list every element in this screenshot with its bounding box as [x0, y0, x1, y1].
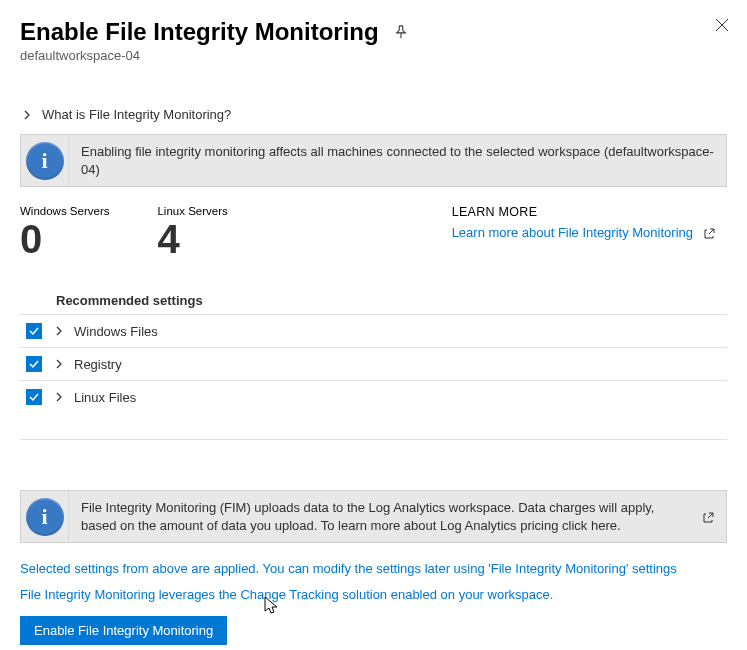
- info-banner-1: i Enabling file integrity monitoring aff…: [20, 134, 727, 187]
- checkbox-linux-files[interactable]: [26, 389, 42, 405]
- checkbox-windows-files[interactable]: [26, 323, 42, 339]
- settings-applied-note: Selected settings from above are applied…: [20, 559, 727, 579]
- close-icon[interactable]: [715, 18, 731, 34]
- info-banner-2: i File Integrity Monitoring (FIM) upload…: [20, 490, 727, 543]
- setting-label: Windows Files: [74, 324, 158, 339]
- page-title: Enable File Integrity Monitoring: [20, 18, 379, 46]
- recommended-settings-heading: Recommended settings: [56, 293, 727, 308]
- what-is-fim-label: What is File Integrity Monitoring?: [42, 107, 231, 122]
- setting-linux-files[interactable]: Linux Files: [20, 380, 727, 413]
- windows-servers-label: Windows Servers: [20, 205, 109, 217]
- change-tracking-note: File Integrity Monitoring leverages the …: [20, 585, 727, 605]
- enable-fim-button[interactable]: Enable File Integrity Monitoring: [20, 616, 227, 645]
- chevron-right-icon: [52, 324, 66, 338]
- external-link-icon[interactable]: [703, 226, 717, 240]
- linux-servers-label: Linux Servers: [157, 205, 227, 217]
- external-link-icon[interactable]: [702, 510, 716, 524]
- chevron-right-icon: [52, 357, 66, 371]
- chevron-right-icon: [20, 108, 34, 122]
- pin-icon[interactable]: [393, 24, 409, 40]
- info-banner-1-text: Enabling file integrity monitoring affec…: [69, 135, 726, 186]
- windows-servers-value: 0: [20, 219, 109, 259]
- windows-servers-stat: Windows Servers 0: [20, 205, 109, 259]
- chevron-right-icon: [52, 390, 66, 404]
- linux-servers-stat: Linux Servers 4: [157, 205, 227, 259]
- checkbox-registry[interactable]: [26, 356, 42, 372]
- info-icon: i: [21, 493, 69, 541]
- workspace-subtitle: defaultworkspace-04: [20, 48, 727, 63]
- learn-more-link[interactable]: Learn more about File Integrity Monitori…: [452, 225, 693, 240]
- setting-windows-files[interactable]: Windows Files: [20, 314, 727, 347]
- what-is-fim-expander[interactable]: What is File Integrity Monitoring?: [20, 107, 727, 122]
- learn-more-heading: LEARN MORE: [452, 205, 727, 219]
- setting-registry[interactable]: Registry: [20, 347, 727, 380]
- linux-servers-value: 4: [157, 219, 227, 259]
- setting-label: Registry: [74, 357, 122, 372]
- info-icon: i: [21, 137, 69, 185]
- setting-label: Linux Files: [74, 390, 136, 405]
- info-banner-2-text: File Integrity Monitoring (FIM) uploads …: [69, 491, 692, 542]
